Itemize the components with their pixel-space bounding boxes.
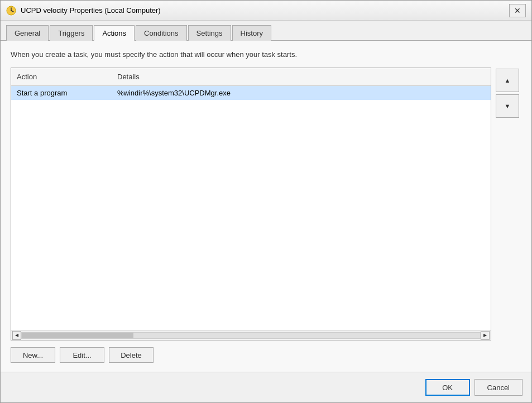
window-icon [6, 6, 16, 16]
tab-general[interactable]: General [6, 25, 49, 41]
scrollbar-thumb[interactable] [22, 333, 133, 338]
svg-point-3 [11, 10, 12, 11]
actions-table-container: Action Details Start a program %windir%\… [11, 68, 491, 340]
tab-settings[interactable]: Settings [188, 25, 231, 41]
ok-button[interactable]: OK [425, 379, 470, 396]
side-buttons: ▲ ▼ [496, 68, 521, 340]
scrollbar-left-button[interactable]: ◀ [12, 331, 21, 340]
column-header-details: Details [112, 70, 491, 83]
content-area: When you create a task, you must specify… [1, 41, 531, 372]
move-down-button[interactable]: ▼ [496, 94, 519, 118]
dialog-footer: OK Cancel [1, 372, 531, 402]
main-window: UCPD velocity Properties (Local Computer… [0, 0, 532, 403]
cancel-button[interactable]: Cancel [475, 379, 523, 396]
close-button[interactable]: ✕ [509, 4, 526, 17]
table-body: Start a program %windir%\system32\UCPDMg… [11, 86, 491, 330]
edit-button[interactable]: Edit... [60, 347, 104, 363]
row-details-cell: %windir%\system32\UCPDMgr.exe [112, 86, 491, 100]
scrollbar-right-button[interactable]: ▶ [481, 331, 490, 340]
scrollbar-track[interactable] [21, 332, 481, 339]
tab-triggers[interactable]: Triggers [50, 25, 93, 41]
table-row[interactable]: Start a program %windir%\system32\UCPDMg… [11, 86, 491, 100]
main-section: Action Details Start a program %windir%\… [11, 68, 521, 340]
horizontal-scrollbar[interactable]: ◀ ▶ [11, 330, 491, 340]
new-button[interactable]: New... [11, 347, 55, 363]
tab-actions[interactable]: Actions [94, 25, 135, 41]
window-title: UCPD velocity Properties (Local Computer… [21, 6, 509, 15]
row-action-cell: Start a program [11, 86, 112, 100]
description-text: When you create a task, you must specify… [11, 50, 521, 60]
tab-conditions[interactable]: Conditions [136, 25, 186, 41]
title-bar: UCPD velocity Properties (Local Computer… [1, 1, 531, 21]
tab-history[interactable]: History [232, 25, 271, 41]
tabs-bar: General Triggers Actions Conditions Sett… [1, 21, 531, 41]
table-header: Action Details [11, 68, 491, 86]
delete-button[interactable]: Delete [109, 347, 154, 363]
move-up-button[interactable]: ▲ [496, 69, 519, 92]
column-header-action: Action [11, 70, 112, 83]
action-buttons: New... Edit... Delete [11, 347, 521, 363]
